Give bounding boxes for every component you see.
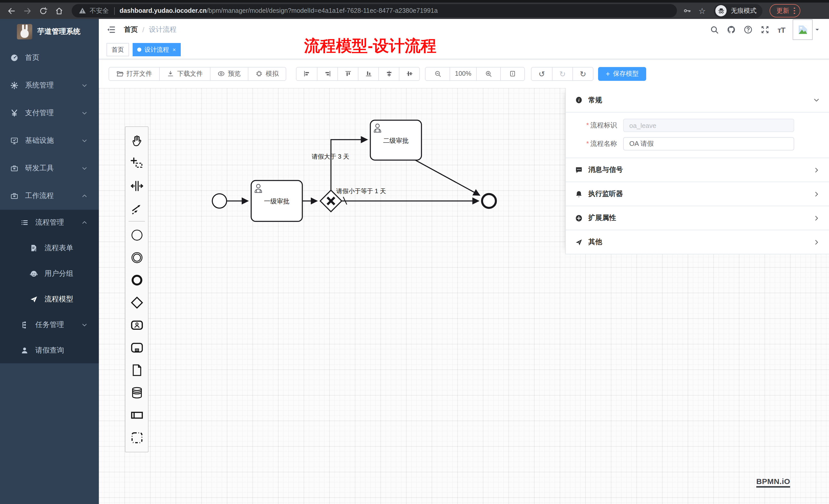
section-listeners[interactable]: 执行监听器 xyxy=(566,182,829,206)
zoom-value: 100% xyxy=(455,70,471,77)
section-messages[interactable]: 消息与信号 xyxy=(566,158,829,182)
flow-gateway-task2[interactable] xyxy=(331,140,367,190)
end-event-node[interactable] xyxy=(482,194,496,208)
update-button[interactable]: 更新 xyxy=(770,4,800,17)
sidebar-item-label: 研发工具 xyxy=(25,164,54,173)
sidebar-item-home[interactable]: 首页 xyxy=(0,44,99,72)
bpmn-palette xyxy=(125,126,148,452)
sidebar-item-process-mgmt[interactable]: 流程管理 xyxy=(0,210,99,235)
subprocess-entry[interactable] xyxy=(125,336,148,359)
participant-entry[interactable] xyxy=(125,404,148,426)
section-title: 执行监听器 xyxy=(588,189,623,198)
redo-icon: ↻ xyxy=(559,70,566,78)
font-size-icon[interactable]: тT xyxy=(778,25,785,34)
reload-icon[interactable] xyxy=(39,6,48,15)
breadcrumb-home[interactable]: 首页 xyxy=(124,25,138,34)
github-icon[interactable] xyxy=(727,25,736,34)
browser-chrome: 不安全 dashboard.yudao.iocoder.cn/bpm/manag… xyxy=(0,0,829,19)
undo-button[interactable]: ↺ xyxy=(532,67,552,80)
incognito-icon xyxy=(716,5,727,16)
data-object-entry[interactable] xyxy=(125,359,148,381)
plus-icon: + xyxy=(606,70,610,78)
tag-label: 设计流程 xyxy=(144,45,169,54)
save-model-button[interactable]: + 保存模型 xyxy=(598,67,646,81)
zoom-in-button[interactable] xyxy=(476,67,500,80)
sidebar-item-workflow[interactable]: 工作流程 xyxy=(0,182,99,210)
annotation-title: 流程模型-设计流程 xyxy=(304,35,436,57)
security-label[interactable]: 不安全 xyxy=(89,6,109,15)
search-icon[interactable] xyxy=(710,25,719,34)
section-extended-attrs[interactable]: 扩展属性 xyxy=(566,206,829,230)
restart-button[interactable]: ↻ xyxy=(573,67,593,80)
download-file-button[interactable]: 下载文件 xyxy=(159,67,210,80)
sidebar-item-payment[interactable]: 支付管理 xyxy=(0,99,99,127)
gateway-entry[interactable] xyxy=(125,291,148,314)
app-logo-row[interactable]: 芋道管理系统 xyxy=(0,19,99,44)
intermediate-event-entry[interactable] xyxy=(125,246,148,269)
section-other[interactable]: 其他 xyxy=(566,230,829,254)
group-entry[interactable] xyxy=(125,426,148,449)
flow-task2-end[interactable] xyxy=(414,160,480,195)
form-row-key: *流程标识 xyxy=(566,119,829,132)
sidebar-item-infra[interactable]: 基础设施 xyxy=(0,127,99,155)
zoom-reset-button[interactable] xyxy=(500,67,524,80)
process-key-input[interactable] xyxy=(623,119,794,132)
avatar[interactable] xyxy=(793,20,813,40)
zoom-out-button[interactable] xyxy=(426,67,449,80)
back-icon[interactable] xyxy=(7,6,16,15)
align-middle-button[interactable] xyxy=(379,67,399,80)
global-connect-tool[interactable] xyxy=(125,197,148,220)
properties-panel: i 常规 *流程标识 *流程名称 xyxy=(565,88,829,254)
incognito-label: 无痕模式 xyxy=(731,6,757,15)
hand-tool[interactable] xyxy=(125,129,148,152)
browser-menu-icon[interactable] xyxy=(794,7,795,14)
start-event-entry[interactable] xyxy=(125,224,148,246)
sidebar-item-process-form[interactable]: 流程表单 xyxy=(0,235,99,261)
simulate-button[interactable]: 模拟 xyxy=(248,67,286,80)
form-row-name: *流程名称 xyxy=(566,137,829,150)
close-icon[interactable]: × xyxy=(173,46,176,53)
align-top-button[interactable] xyxy=(337,67,358,80)
user-task-node-2[interactable]: 二级审批 xyxy=(370,120,422,160)
edge-label-gt3[interactable]: 请假大于 3 天 xyxy=(312,153,349,160)
sidebar-item-process-model[interactable]: 流程模型 xyxy=(0,286,99,312)
edge-label-le1[interactable]: 请假小于等于 1 天 xyxy=(336,188,386,194)
caret-down-icon[interactable] xyxy=(815,27,820,32)
home-icon[interactable] xyxy=(55,6,64,15)
bpmn-io-watermark[interactable]: BPMN.iO xyxy=(756,477,790,488)
sidebar-item-system[interactable]: 系统管理 xyxy=(0,72,99,99)
bpmn-canvas[interactable]: 一级审批 二级审批 xyxy=(99,88,829,504)
align-bottom-button[interactable] xyxy=(358,67,379,80)
sidebar-fold-icon[interactable] xyxy=(107,25,116,34)
forward-icon[interactable] xyxy=(23,6,32,15)
help-icon[interactable] xyxy=(744,25,753,34)
sidebar-item-leave-query[interactable]: 请假查询 xyxy=(0,338,99,363)
sidebar-item-task-mgmt[interactable]: 任务管理 xyxy=(0,312,99,338)
key-icon[interactable] xyxy=(683,7,691,15)
open-file-button[interactable]: 打开文件 xyxy=(109,67,159,80)
active-dot xyxy=(137,48,141,52)
tag-home[interactable]: 首页 xyxy=(107,43,129,56)
preview-button[interactable]: 预览 xyxy=(210,67,248,80)
process-name-input[interactable] xyxy=(623,137,794,150)
align-left-button[interactable] xyxy=(296,67,317,80)
data-store-entry[interactable] xyxy=(125,381,148,404)
tag-design-process[interactable]: 设计流程 × xyxy=(133,43,181,56)
sidebar-item-devtools[interactable]: 研发工具 xyxy=(0,155,99,182)
bookmark-star-icon[interactable]: ☆ xyxy=(698,6,706,15)
fullscreen-icon[interactable] xyxy=(761,25,770,34)
url-bar[interactable]: 不安全 dashboard.yudao.iocoder.cn/bpm/manag… xyxy=(72,4,677,17)
lasso-tool[interactable] xyxy=(125,152,148,175)
section-general[interactable]: i 常规 xyxy=(566,88,829,112)
end-event-entry[interactable] xyxy=(125,269,148,291)
user-task-node-1[interactable]: 一级审批 xyxy=(251,181,302,222)
align-right-button[interactable] xyxy=(317,67,337,80)
user-task-entry[interactable] xyxy=(125,314,148,336)
redo-button[interactable]: ↻ xyxy=(552,67,573,80)
briefcase-icon xyxy=(10,164,19,172)
align-center-button[interactable] xyxy=(399,67,419,80)
start-event-node[interactable] xyxy=(212,194,226,208)
window-top-strip xyxy=(0,0,829,3)
sidebar-item-user-group[interactable]: 用户分组 xyxy=(0,261,99,286)
space-tool[interactable] xyxy=(125,175,148,197)
